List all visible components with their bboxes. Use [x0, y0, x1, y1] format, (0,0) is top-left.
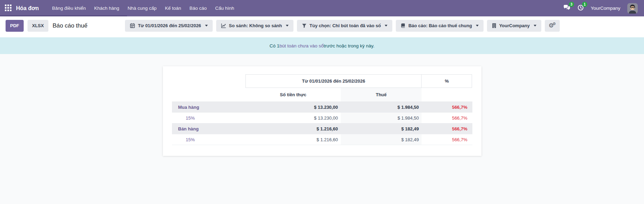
messages-button[interactable]: 3	[563, 5, 571, 12]
app-name[interactable]: Hóa đơn	[16, 5, 39, 12]
row-actual-amount[interactable]: $ 13.230,00	[245, 102, 340, 112]
caret-down-icon	[476, 25, 479, 27]
content-area: Từ 01/01/2026 đến 25/02/2026 % Số tiền t…	[0, 54, 644, 204]
nav-menu: Bảng điều khiểnKhách hàngNhà cung cấpKế …	[48, 0, 238, 16]
report-selector[interactable]: Báo cáo: Báo cáo thuế chung	[396, 20, 484, 32]
nav-item-nha-cung-cap[interactable]: Nhà cung cấp	[123, 0, 160, 16]
xlsx-export-button[interactable]: XLSX	[28, 20, 48, 32]
row-label[interactable]: 15%	[172, 134, 246, 145]
row-actual-amount[interactable]: $ 13.230,00	[245, 113, 340, 123]
subheader-spacer-pct	[422, 88, 472, 101]
tax-column-header: Thuế	[341, 88, 422, 101]
table-row: 15%$ 1.216,60$ 182,49566,7%	[172, 134, 472, 145]
tax-report-table: Từ 01/01/2026 đến 25/02/2026 % Số tiền t…	[172, 74, 472, 145]
filter-bar: Từ 01/01/2026 đến 25/02/2026So sánh: Khô…	[125, 20, 541, 32]
row-tax-amount[interactable]: $ 1.984,50	[341, 113, 422, 123]
report-rows: Mua hàng$ 13.230,00$ 1.984,50566,7%15%$ …	[172, 102, 472, 145]
nav-item-khach-hang[interactable]: Khách hàng	[90, 0, 123, 16]
nav-item-ke-toan[interactable]: Kế toán	[161, 0, 186, 16]
activities-button[interactable]: 1	[578, 5, 584, 12]
date-range-filter[interactable]: Từ 01/01/2026 đến 25/02/2026	[125, 20, 212, 32]
navbar-right: 3 1 YourCompany	[563, 3, 639, 14]
pdf-export-button[interactable]: PDF	[6, 20, 24, 32]
comparison-filter[interactable]: So sánh: Không so sánh	[216, 20, 293, 32]
nav-item-bang-ieu-khien[interactable]: Bảng điều khiển	[48, 0, 90, 16]
row-percent: 566,7%	[422, 134, 472, 145]
company-name[interactable]: YourCompany	[591, 6, 620, 11]
filter-label: YourCompany	[499, 23, 530, 28]
period-column-header: Từ 01/01/2026 đến 25/02/2026	[245, 74, 422, 88]
apps-menu-button[interactable]	[5, 5, 11, 12]
calendar-icon	[130, 23, 135, 28]
unposted-entries-link[interactable]: bút toán chưa vào sổ	[280, 43, 324, 48]
caret-down-icon	[534, 25, 536, 27]
options-filter[interactable]: Tùy chọn: Chỉ bút toán đã vào sổ	[297, 20, 392, 32]
page-title: Báo cáo thuế	[53, 22, 87, 29]
nav-item-cau-hinh[interactable]: Cấu hình	[211, 0, 238, 16]
row-label[interactable]: Bán hàng	[172, 123, 246, 134]
row-label[interactable]: Mua hàng	[172, 102, 246, 112]
comparison-icon	[221, 23, 226, 28]
cogs-icon-small: ⚙	[552, 22, 556, 26]
settings-button[interactable]: ⚙ ⚙	[545, 20, 560, 32]
apps-grid-icon	[5, 5, 11, 12]
table-header-row: Từ 01/01/2026 đến 25/02/2026 %	[172, 74, 472, 88]
row-percent: 566,7%	[422, 102, 472, 112]
filter-label: Từ 01/01/2026 đến 25/02/2026	[138, 23, 201, 28]
row-label[interactable]: 15%	[172, 113, 246, 123]
row-tax-amount[interactable]: $ 182,49	[341, 123, 422, 134]
header-spacer	[172, 74, 246, 88]
activities-count-badge: 1	[582, 2, 587, 7]
filter-label: So sánh: Không so sánh	[229, 23, 282, 28]
company-icon	[492, 23, 496, 28]
nav-item-bao-cao[interactable]: Báo cáo	[185, 0, 211, 16]
control-toolbar: PDF XLSX Báo cáo thuế Từ 01/01/2026 đến …	[0, 16, 644, 35]
messages-count-badge: 3	[569, 2, 574, 7]
top-navbar: Hóa đơn Bảng điều khiểnKhách hàngNhà cun…	[0, 0, 644, 16]
report-icon	[401, 23, 406, 28]
row-percent: 566,7%	[422, 123, 472, 134]
caret-down-icon	[205, 25, 208, 27]
actual-amount-column-header: Số tiền thực	[245, 88, 340, 101]
filter-label: Báo cáo: Báo cáo thuế chung	[408, 23, 472, 28]
user-avatar[interactable]	[627, 3, 638, 14]
table-row: 15%$ 13.230,00$ 1.984,50566,7%	[172, 113, 472, 123]
banner-text-suffix: trước hoặc trong kỳ này.	[324, 43, 375, 48]
filter-icon	[302, 23, 307, 28]
table-subheader-row: Số tiền thực Thuế	[172, 88, 472, 102]
banner-text-prefix: Có 1	[269, 43, 280, 48]
row-tax-amount[interactable]: $ 182,49	[341, 134, 422, 145]
row-tax-amount[interactable]: $ 1.984,50	[341, 102, 422, 112]
info-banner: Có 1 bút toán chưa vào sổ trước hoặc tro…	[0, 37, 644, 54]
caret-down-icon	[286, 25, 289, 27]
tax-report-card: Từ 01/01/2026 đến 25/02/2026 % Số tiền t…	[163, 66, 481, 156]
caret-down-icon	[385, 25, 387, 27]
company-filter[interactable]: YourCompany	[487, 20, 541, 32]
row-percent: 566,7%	[422, 113, 472, 123]
subheader-spacer	[172, 88, 246, 101]
table-row: Mua hàng$ 13.230,00$ 1.984,50566,7%	[172, 102, 472, 113]
table-row: Bán hàng$ 1.216,60$ 182,49566,7%	[172, 123, 472, 134]
percent-column-header: %	[422, 74, 472, 88]
row-actual-amount[interactable]: $ 1.216,60	[245, 123, 340, 134]
filter-label: Tùy chọn: Chỉ bút toán đã vào sổ	[309, 23, 381, 28]
row-actual-amount[interactable]: $ 1.216,60	[245, 134, 340, 145]
